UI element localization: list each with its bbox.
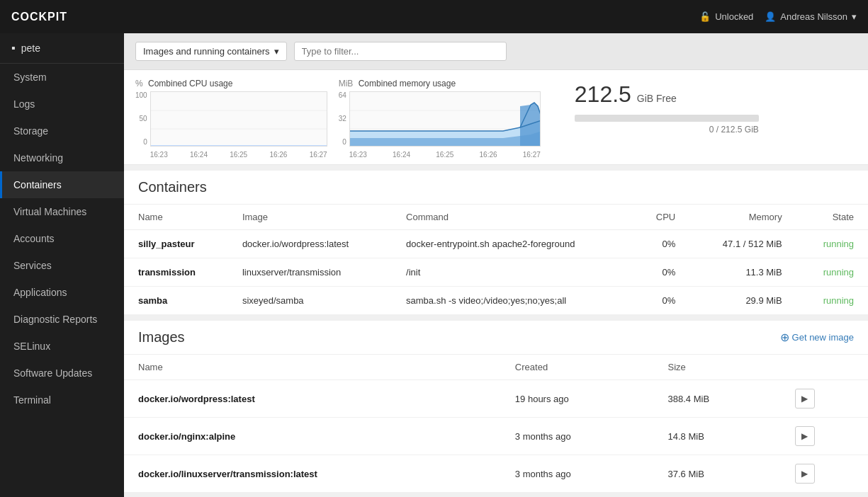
cpu-x-3: 16:26	[269, 151, 287, 159]
images-table: Name Created Size docker.io/wordpress:la…	[124, 355, 868, 493]
cpu-y-50: 50	[135, 115, 147, 122]
image-size: 388.4 MiB	[654, 380, 781, 418]
storage-value: 212.5	[575, 81, 631, 107]
container-image: docker.io/wordpress:latest	[228, 230, 392, 258]
image-created: 19 hours ago	[501, 380, 654, 418]
filter-input[interactable]	[294, 42, 507, 61]
sidebar-item-diagnostic-reports[interactable]: Diagnostic Reports	[0, 306, 124, 333]
memory-chart-block: MiB Combined memory usage 64 32 0	[339, 79, 541, 159]
memory-title: Combined memory usage	[359, 79, 456, 88]
memory-x-3: 16:26	[480, 151, 497, 159]
image-created: 3 months ago	[501, 418, 654, 455]
user-menu[interactable]: 👤 Andreas Nilsson ▾	[765, 11, 857, 22]
lock-status[interactable]: 🔓 Unlocked	[699, 11, 753, 22]
sidebar-item-networking[interactable]: Networking	[0, 144, 124, 171]
sidebar: ▪ pete System Logs Storage Networking Co…	[0, 33, 124, 497]
host-name: pete	[21, 42, 40, 54]
images-section: Images ⊕ Get new image Name Created Size	[124, 321, 868, 493]
col-state: State	[796, 205, 868, 230]
charts-row: % Combined CPU usage 100 50 0	[124, 70, 868, 165]
list-item: docker.io/wordpress:latest 19 hours ago …	[124, 380, 868, 418]
container-memory: 47.1 / 512 MiB	[689, 230, 796, 258]
sidebar-item-system[interactable]: System	[0, 64, 124, 91]
memory-chart-header: MiB Combined memory usage	[339, 79, 541, 88]
app-title: COCKPIT	[11, 11, 67, 23]
images-title: Images	[138, 329, 185, 345]
container-cpu: 0%	[631, 287, 689, 315]
containers-section: Containers Name Image Command CPU Memory…	[124, 171, 868, 315]
container-name: samba	[124, 287, 228, 315]
img-col-action	[781, 355, 869, 380]
container-command: /init	[392, 258, 631, 287]
filter-dropdown[interactable]: Images and running containers ▾	[135, 42, 287, 61]
cpu-x-4: 16:27	[310, 151, 327, 159]
image-action: ▶	[781, 455, 869, 493]
col-name: Name	[124, 205, 228, 230]
image-play-button[interactable]: ▶	[795, 389, 815, 409]
images-table-body: docker.io/wordpress:latest 19 hours ago …	[124, 380, 868, 493]
container-image: sixeyed/samba	[228, 287, 392, 315]
cpu-chart-inner: 16:23 16:24 16:25 16:26 16:27	[150, 91, 327, 159]
sidebar-item-virtual-machines[interactable]: Virtual Machines	[0, 198, 124, 225]
containers-table-body: silly_pasteur docker.io/wordpress:latest…	[124, 230, 868, 315]
cpu-y-0: 0	[135, 138, 147, 146]
cpu-x-2: 16:25	[230, 151, 247, 159]
col-cpu: CPU	[631, 205, 689, 230]
container-state: running	[796, 230, 868, 258]
sidebar-item-software-updates[interactable]: Software Updates	[0, 360, 124, 387]
sidebar-item-storage[interactable]: Storage	[0, 118, 124, 144]
memory-y-labels: 64 32 0	[339, 91, 346, 159]
sidebar-item-selinux[interactable]: SELinux	[0, 333, 124, 360]
sidebar-item-services[interactable]: Services	[0, 252, 124, 279]
container-memory: 11.3 MiB	[689, 258, 796, 287]
sidebar-host: ▪ pete	[0, 33, 124, 64]
col-image: Image	[228, 205, 392, 230]
sidebar-item-applications[interactable]: Applications	[0, 279, 124, 306]
memory-chart-inner: 16:23 16:24 16:25 16:26 16:27	[349, 91, 541, 159]
image-play-button[interactable]: ▶	[795, 464, 815, 484]
cpu-chart-block: % Combined CPU usage 100 50 0	[135, 79, 327, 159]
container-cpu: 0%	[631, 230, 689, 258]
image-name: docker.io/wordpress:latest	[124, 380, 501, 418]
memory-x-labels: 16:23 16:24 16:25 16:26 16:27	[349, 149, 541, 159]
sidebar-item-logs[interactable]: Logs	[0, 91, 124, 118]
filter-dropdown-chevron: ▾	[274, 46, 279, 57]
memory-y-32: 32	[339, 115, 346, 122]
user-name: Andreas Nilsson	[780, 11, 847, 22]
memory-chart-svg	[349, 91, 541, 147]
col-memory: Memory	[689, 205, 796, 230]
chevron-down-icon: ▾	[852, 11, 857, 22]
storage-bar	[575, 115, 759, 122]
table-row: samba sixeyed/samba samba.sh -s video;/v…	[124, 287, 868, 315]
memory-y-0: 0	[339, 138, 346, 146]
sidebar-item-containers[interactable]: Containers	[0, 171, 124, 198]
image-play-button[interactable]: ▶	[795, 426, 815, 446]
memory-x-4: 16:27	[523, 151, 541, 159]
cpu-x-1: 16:24	[190, 151, 208, 159]
container-command: docker-entrypoint.sh apache2-foreground	[392, 230, 631, 258]
lock-icon: 🔓	[699, 11, 711, 22]
containers-title: Containers	[138, 179, 207, 195]
list-item: docker.io/linuxserver/transmission:lates…	[124, 455, 868, 493]
cpu-y-labels: 100 50 0	[135, 91, 147, 159]
sidebar-item-accounts[interactable]: Accounts	[0, 225, 124, 252]
topbar-left: COCKPIT	[11, 11, 67, 23]
cpu-chart-area: 100 50 0 16:23	[135, 91, 327, 159]
main-content: Images and running containers ▾ % Combin…	[124, 33, 868, 497]
storage-free-line: 212.5 GiB Free	[575, 81, 857, 108]
topbar: COCKPIT 🔓 Unlocked 👤 Andreas Nilsson ▾	[0, 0, 868, 33]
topbar-right: 🔓 Unlocked 👤 Andreas Nilsson ▾	[699, 11, 857, 22]
table-row: silly_pasteur docker.io/wordpress:latest…	[124, 230, 868, 258]
app-body: ▪ pete System Logs Storage Networking Co…	[0, 33, 868, 497]
image-name: docker.io/linuxserver/transmission:lates…	[124, 455, 501, 493]
table-row: transmission linuxserver/transmission /i…	[124, 258, 868, 287]
memory-x-1: 16:24	[393, 151, 410, 159]
unlocked-label: Unlocked	[715, 11, 753, 22]
container-command: samba.sh -s video;/video;yes;no;yes;all	[392, 287, 631, 315]
sidebar-item-terminal[interactable]: Terminal	[0, 387, 124, 413]
get-new-image-button[interactable]: ⊕ Get new image	[780, 331, 854, 344]
img-col-created: Created	[501, 355, 654, 380]
cpu-x-labels: 16:23 16:24 16:25 16:26 16:27	[150, 149, 327, 159]
memory-y-64: 64	[339, 91, 346, 99]
memory-x-0: 16:23	[349, 151, 367, 159]
